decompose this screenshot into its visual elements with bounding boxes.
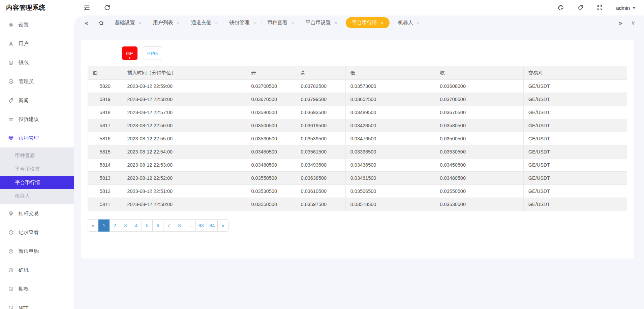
column-header-1: 插入时间（分钟单位） (122, 66, 246, 80)
close-icon[interactable]: × (139, 21, 142, 25)
svg-text:$: $ (10, 61, 12, 64)
sidebar-item-2[interactable]: $钱包 (0, 53, 74, 72)
tab-0[interactable]: 基础设置× (109, 15, 147, 30)
table-row: 58142023-08-12 22:53:000.034805000.03493… (88, 159, 627, 172)
cell-3: 0.03597500 (296, 198, 345, 211)
tab-3[interactable]: 钱包管理× (223, 15, 262, 30)
sidebar-menu: 设置用户$钱包管理员新闻投拆建议币种管理币种查看平台币设置平台币行情机器人杠杆交… (0, 15, 74, 309)
sidebar-item-label: 投拆建议 (19, 116, 39, 123)
page-4[interactable]: 4 (131, 219, 142, 232)
coin-tab-PPG[interactable]: PPG (143, 46, 162, 60)
close-icon[interactable]: × (215, 21, 218, 25)
cell-0: 5813 (88, 172, 122, 185)
page-7[interactable]: 7 (163, 219, 174, 232)
topbar-actions: admin (557, 4, 644, 11)
gem-icon (8, 211, 14, 216)
sidebar-item-label: 杠杆交易 (19, 210, 39, 217)
sidebar-item-13[interactable]: $新币申购 (0, 242, 74, 261)
page-1[interactable]: 1 (98, 219, 110, 232)
sidebar-item-0[interactable]: 设置 (0, 15, 74, 34)
cell-3: 0.03799500 (296, 93, 345, 106)
sidebar-subitem-9[interactable]: 平台币行情 (0, 176, 74, 189)
cell-3: 0.03782500 (296, 80, 345, 93)
tab-4[interactable]: 币种查看× (262, 15, 300, 30)
cell-3: 0.03610500 (296, 185, 345, 198)
cell-4: 0.03652500 (345, 93, 435, 106)
cell-3: 0.03619500 (296, 119, 345, 132)
coin-tab-GE[interactable]: GE (122, 46, 137, 60)
page-2[interactable]: 2 (109, 219, 120, 232)
table-row: 58202023-08-12 22:59:000.037005000.03782… (88, 80, 627, 93)
tab-7[interactable]: 机器人× (392, 15, 425, 30)
sidebar-item-15[interactable]: 期权 (0, 279, 74, 298)
cell-1: 2023-08-12 22:56:00 (122, 119, 246, 132)
column-header-5: 收 (435, 66, 523, 80)
menu-fold-icon[interactable] (84, 4, 90, 11)
cell-6: GE/USDT (523, 132, 627, 145)
tabs-more-icon[interactable]: ∨ (627, 20, 639, 26)
close-icon[interactable]: × (335, 21, 337, 25)
tab-label: 钱包管理 (229, 20, 249, 26)
tabs-scroll-right-icon[interactable]: » (614, 15, 627, 30)
sidebar-item-5[interactable]: 投拆建议 (0, 110, 74, 129)
cell-5: 0.03608000 (435, 80, 523, 93)
close-icon[interactable]: × (381, 21, 384, 25)
sidebar-item-12[interactable]: 记录查看 (0, 223, 74, 242)
cell-0: 5816 (88, 132, 122, 145)
tab-label: 通道充值 (191, 20, 211, 26)
cell-5: 0.03530500 (435, 198, 523, 211)
page-6[interactable]: 6 (152, 219, 163, 232)
cell-5: 0.03700500 (435, 93, 523, 106)
sidebar-item-4[interactable]: 新闻 (0, 91, 74, 110)
tabs-scroll-left-icon[interactable]: « (80, 15, 93, 30)
tab-2[interactable]: 通道充值× (185, 15, 223, 30)
tab-1[interactable]: 用户列表× (147, 15, 185, 30)
page-prev[interactable]: « (88, 219, 99, 232)
cell-2: 0.03550500 (246, 198, 296, 211)
tag-icon[interactable] (577, 4, 584, 11)
column-header-6: 交易对 (523, 66, 627, 80)
history-icon (8, 267, 14, 273)
sidebar-subitem-10[interactable]: 机器人 (0, 189, 74, 203)
sidebar-item-3[interactable]: 管理员 (0, 72, 74, 91)
page-3[interactable]: 3 (120, 219, 131, 232)
fullscreen-icon[interactable] (596, 4, 603, 11)
table-row: 58112023-08-12 22:50:000.035505000.03597… (88, 198, 627, 211)
cell-1: 2023-08-12 22:58:00 (122, 93, 246, 106)
palette-icon[interactable] (557, 4, 564, 11)
page-next[interactable]: » (217, 219, 228, 232)
cell-1: 2023-08-12 22:55:00 (122, 132, 246, 145)
cell-4: 0.03489500 (345, 106, 435, 119)
tab-6[interactable]: 平台币行情× (346, 17, 390, 28)
column-header-4: 低 (345, 66, 435, 80)
home-icon[interactable] (93, 15, 109, 30)
close-icon[interactable]: × (177, 21, 180, 25)
sidebar-subitem-8[interactable]: 平台币设置 (0, 162, 74, 176)
sidebar-item-16[interactable]: NFT (0, 298, 74, 309)
sidebar-item-6[interactable]: 币种管理 (0, 129, 74, 147)
sidebar-item-1[interactable]: 用户 (0, 34, 74, 53)
cell-4: 0.03573000 (345, 80, 435, 93)
sidebar-item-14[interactable]: 矿机 (0, 261, 74, 279)
cell-6: GE/USDT (523, 80, 627, 93)
cell-1: 2023-08-12 22:51:00 (122, 185, 246, 198)
page-84[interactable]: 84 (207, 219, 218, 232)
history-icon (8, 230, 14, 235)
sidebar-item-11[interactable]: 杠杆交易 (0, 204, 74, 223)
user-menu[interactable]: admin (616, 5, 636, 11)
page-83[interactable]: 83 (195, 219, 207, 232)
sidebar-item-label: 钱包 (19, 60, 29, 66)
close-icon[interactable]: × (417, 21, 420, 25)
page-8[interactable]: 8 (174, 219, 185, 232)
page-5[interactable]: 5 (142, 219, 153, 232)
close-icon[interactable]: × (291, 21, 294, 25)
sidebar-subitem-7[interactable]: 币种查看 (0, 149, 74, 162)
close-icon[interactable]: × (253, 21, 256, 25)
cell-1: 2023-08-12 22:53:00 (122, 159, 246, 172)
refresh-icon[interactable] (104, 4, 111, 11)
user-icon (8, 41, 14, 47)
tab-5[interactable]: 平台币设置× (300, 15, 343, 30)
cell-1: 2023-08-12 22:52:00 (122, 172, 246, 185)
coin-icon: $ (8, 60, 14, 66)
quotes-table: ID插入时间（分钟单位）开高低收交易对 58202023-08-12 22:59… (88, 66, 627, 211)
